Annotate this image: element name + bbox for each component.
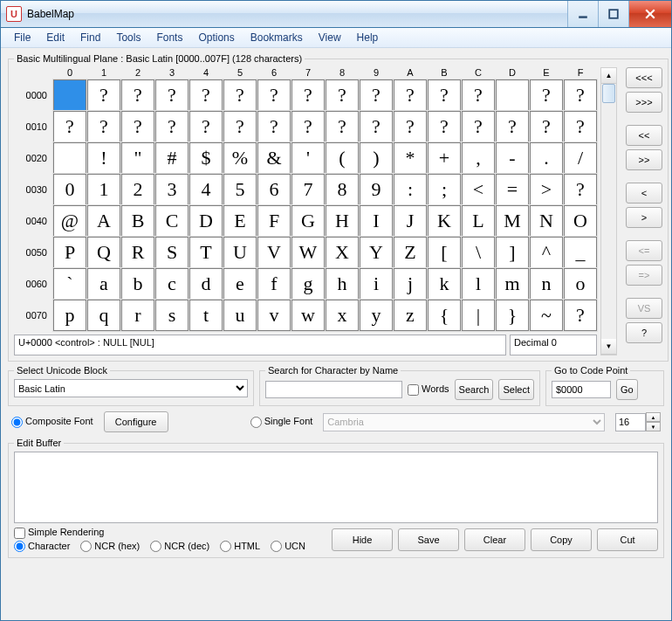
char-cell[interactable]: W: [291, 237, 325, 268]
char-cell[interactable]: ?: [394, 79, 427, 111]
char-cell[interactable]: ?: [564, 174, 597, 205]
mode-radio-label[interactable]: UCN: [271, 541, 305, 553]
char-cell[interactable]: Z: [394, 237, 427, 268]
char-cell[interactable]: d: [189, 268, 223, 300]
char-cell[interactable]: $: [189, 142, 223, 174]
char-cell[interactable]: p: [53, 300, 86, 331]
char-cell[interactable]: ?: [87, 79, 120, 111]
char-cell[interactable]: @: [53, 205, 86, 237]
simple-rendering-checkbox[interactable]: [14, 528, 25, 539]
mode-radio[interactable]: [220, 541, 231, 552]
char-cell[interactable]: ?: [462, 111, 495, 142]
char-cell[interactable]: M: [496, 205, 529, 237]
char-cell[interactable]: g: [291, 268, 325, 300]
size-down-icon[interactable]: ▼: [646, 422, 661, 431]
char-cell[interactable]: V: [257, 237, 291, 268]
char-cell[interactable]: ?: [291, 111, 325, 142]
char-cell[interactable]: B: [121, 205, 154, 237]
words-checkbox[interactable]: [408, 384, 419, 396]
char-cell[interactable]: ;: [428, 174, 461, 205]
mode-radio[interactable]: [271, 541, 282, 552]
font-size-input[interactable]: [615, 413, 646, 431]
search-button[interactable]: Search: [455, 379, 494, 400]
char-cell[interactable]: G: [291, 205, 325, 237]
char-cell[interactable]: L: [462, 205, 495, 237]
char-cell[interactable]: ?: [360, 111, 393, 142]
char-cell[interactable]: [53, 79, 86, 111]
char-cell[interactable]: 7: [291, 174, 325, 205]
menu-fonts[interactable]: Fonts: [148, 30, 190, 45]
mode-radio-label[interactable]: NCR (hex): [80, 541, 140, 553]
char-cell[interactable]: l: [462, 268, 495, 300]
char-cell[interactable]: ": [121, 142, 154, 174]
select-button[interactable]: Select: [498, 379, 534, 400]
mode-radio-label[interactable]: NCR (dec): [150, 541, 209, 553]
char-cell[interactable]: o: [564, 268, 597, 300]
configure-button[interactable]: Configure: [104, 411, 168, 432]
char-cell[interactable]: F: [257, 205, 291, 237]
simple-rendering-checkbox-label[interactable]: Simple Rendering: [14, 527, 305, 539]
char-cell[interactable]: ~: [530, 300, 563, 331]
char-cell[interactable]: 9: [360, 174, 393, 205]
composite-font-radio[interactable]: [11, 417, 23, 428]
char-cell[interactable]: i: [360, 268, 393, 300]
char-cell[interactable]: 6: [257, 174, 291, 205]
char-cell[interactable]: 1: [87, 174, 120, 205]
char-cell[interactable]: Q: [87, 237, 120, 268]
char-cell[interactable]: A: [87, 205, 120, 237]
char-cell[interactable]: &: [257, 142, 291, 174]
char-cell[interactable]: [496, 79, 529, 111]
char-cell[interactable]: q: [87, 300, 120, 331]
char-cell[interactable]: `: [53, 268, 86, 300]
char-cell[interactable]: C: [155, 205, 189, 237]
char-cell[interactable]: m: [496, 268, 529, 300]
block-select[interactable]: Basic Latin: [14, 379, 248, 397]
char-cell[interactable]: t: [189, 300, 223, 331]
nav-button[interactable]: <: [626, 183, 662, 204]
char-cell[interactable]: [: [428, 237, 461, 268]
nav-button[interactable]: >: [626, 207, 662, 228]
char-cell[interactable]: >: [530, 174, 563, 205]
menu-bookmarks[interactable]: Bookmarks: [243, 30, 311, 45]
char-cell[interactable]: .: [530, 142, 563, 174]
char-cell[interactable]: ?: [155, 79, 189, 111]
char-cell[interactable]: ,: [462, 142, 495, 174]
char-cell[interactable]: ?: [87, 111, 120, 142]
char-cell[interactable]: ?: [530, 79, 563, 111]
char-cell[interactable]: K: [428, 205, 461, 237]
char-cell[interactable]: ?: [257, 111, 291, 142]
char-cell[interactable]: H: [326, 205, 359, 237]
font-size-stepper[interactable]: ▲▼: [615, 412, 661, 431]
go-button[interactable]: Go: [616, 379, 638, 400]
scroll-down-icon[interactable]: ▼: [601, 339, 616, 355]
char-cell[interactable]: s: [155, 300, 189, 331]
char-cell[interactable]: ?: [428, 111, 461, 142]
char-cell[interactable]: 0: [53, 174, 86, 205]
char-cell[interactable]: ?: [223, 79, 257, 111]
char-cell[interactable]: 8: [326, 174, 359, 205]
nav-button[interactable]: <<: [626, 125, 662, 146]
nav-button[interactable]: ?: [626, 322, 662, 343]
char-cell[interactable]: <: [462, 174, 495, 205]
char-cell[interactable]: }: [496, 300, 529, 331]
words-checkbox-label[interactable]: Words: [408, 383, 449, 396]
menu-file[interactable]: File: [6, 30, 38, 45]
char-cell[interactable]: P: [53, 237, 86, 268]
char-cell[interactable]: z: [394, 300, 427, 331]
char-cell[interactable]: ?: [326, 111, 359, 142]
menu-view[interactable]: View: [311, 30, 349, 45]
char-cell[interactable]: b: [121, 268, 154, 300]
char-cell[interactable]: {: [428, 300, 461, 331]
char-cell[interactable]: k: [428, 268, 461, 300]
char-cell[interactable]: _: [564, 237, 597, 268]
char-cell[interactable]: ?: [564, 79, 597, 111]
char-cell[interactable]: 4: [189, 174, 223, 205]
save-button[interactable]: Save: [398, 528, 459, 551]
char-cell[interactable]: S: [155, 237, 189, 268]
titlebar[interactable]: U BabelMap: [1, 1, 671, 28]
char-cell[interactable]: \: [462, 237, 495, 268]
char-cell[interactable]: T: [189, 237, 223, 268]
char-cell[interactable]: ?: [496, 111, 529, 142]
clear-button[interactable]: Clear: [464, 528, 525, 551]
char-cell[interactable]: *: [394, 142, 427, 174]
